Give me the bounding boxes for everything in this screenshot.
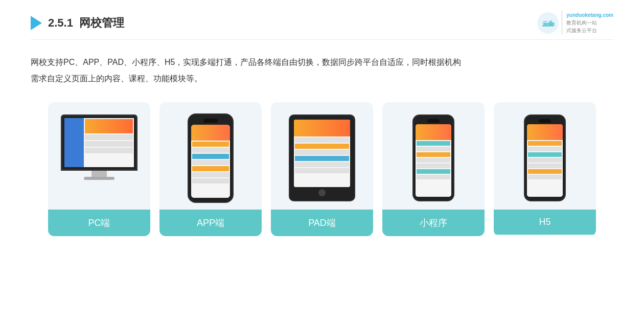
phone-row7 [192, 178, 229, 183]
pc-banner-mock [85, 119, 133, 133]
title-bold: 网校管理 [79, 16, 124, 29]
pc-main-mock [84, 118, 134, 167]
brand-cloud-icon: 云朵 [537, 12, 559, 34]
pc-row3 [85, 148, 133, 153]
h5-notch [539, 119, 551, 123]
mini-row1 [417, 141, 450, 146]
h5-image [494, 102, 596, 210]
phone-screen-body [191, 141, 230, 198]
h5-label: H5 [494, 210, 596, 235]
section-number: 2.5.1 [48, 16, 73, 29]
brand-service-text: 教育机构一站 式服务云平台 [566, 19, 613, 34]
pad-image [271, 102, 373, 210]
h5-row2 [528, 147, 562, 151]
pad-home-button [318, 189, 326, 196]
miniapp-phone-mockup [412, 114, 454, 201]
pc-screen-outer [61, 114, 137, 171]
mini-row5 [417, 164, 450, 168]
header-left: 2.5.1 网校管理 [31, 15, 124, 31]
pc-base [84, 177, 114, 180]
phone-row4 [192, 160, 229, 165]
pad-row4 [295, 156, 349, 161]
device-card-pad: PAD端 [271, 102, 373, 236]
h5-row6 [528, 169, 562, 174]
description-block: 网校支持PC、APP、PAD、小程序、H5，实现多端打通，产品各终端自由切换，数… [31, 54, 613, 87]
mini-row2 [417, 147, 450, 151]
app-label: APP端 [159, 210, 262, 236]
pad-label: PAD端 [271, 210, 373, 236]
phone-row6 [192, 172, 229, 177]
pad-row2 [295, 144, 349, 149]
miniapp-notch [427, 119, 440, 123]
mini-row4 [417, 158, 450, 163]
miniapp-image [382, 102, 485, 210]
pc-label: PC端 [48, 210, 150, 236]
brand-logo: 云朵 yunduoketang.com 教育机构一站 式服务云平台 [537, 11, 613, 34]
mini-row3 [417, 152, 450, 157]
page-container: 2.5.1 网校管理 云朵 yunduoketang.com 教育机构一站 式服… [0, 0, 644, 322]
pad-screen [294, 120, 350, 187]
device-card-miniapp: 小程序 [382, 102, 485, 236]
phone-screen-header [191, 125, 230, 141]
miniapp-screen [416, 124, 451, 197]
miniapp-screen-header [416, 124, 451, 140]
miniapp-label: 小程序 [382, 210, 485, 236]
device-card-pc: PC端 [48, 102, 150, 236]
phone-row5 [192, 166, 229, 171]
page-title: 2.5.1 网校管理 [48, 15, 124, 31]
app-phone-mockup [188, 113, 234, 203]
phone-notch [203, 119, 218, 123]
h5-screen [527, 124, 563, 197]
pc-stand [91, 171, 107, 177]
h5-row5 [528, 164, 562, 168]
pad-row1 [295, 137, 349, 143]
pc-row1 [85, 134, 133, 140]
phone-screen [191, 125, 230, 198]
pc-sidebar-mock [64, 118, 84, 167]
pad-row5 [295, 162, 349, 167]
phone-row1 [192, 142, 229, 147]
pc-image [48, 102, 150, 210]
description-line1: 网校支持PC、APP、PAD、小程序、H5，实现多端打通，产品各终端自由切换，数… [31, 54, 613, 71]
mini-row7 [417, 175, 450, 179]
pad-mockup [289, 114, 355, 201]
h5-row7 [528, 175, 562, 179]
h5-phone-mockup [524, 114, 566, 201]
logo-triangle-icon [31, 16, 42, 30]
device-card-h5: H5 [494, 102, 596, 236]
device-cards-section: PC端 [31, 102, 613, 236]
h5-row4 [528, 158, 562, 163]
pc-mockup [58, 114, 140, 201]
h5-screen-header [527, 124, 563, 140]
phone-row3 [192, 154, 229, 159]
mini-row6 [417, 169, 450, 174]
header: 2.5.1 网校管理 云朵 yunduoketang.com 教育机构一站 式服… [31, 0, 613, 40]
app-image [159, 102, 262, 210]
brand-tagline: yunduoketang.com 教育机构一站 式服务云平台 [562, 11, 613, 34]
pad-row3 [295, 150, 349, 155]
device-card-app: APP端 [159, 102, 262, 236]
h5-row3 [528, 152, 562, 157]
pad-screen-header [294, 120, 350, 136]
pad-screen-body [294, 136, 350, 187]
miniapp-screen-body [416, 140, 451, 197]
h5-row1 [528, 141, 562, 146]
h5-screen-body [527, 140, 563, 197]
phone-row2 [192, 148, 229, 153]
description-line2: 需求自定义页面上的内容、课程、功能模块等。 [31, 71, 613, 87]
pc-row2 [85, 141, 133, 147]
pc-screen-content [64, 118, 134, 167]
pad-row6 [295, 168, 349, 173]
